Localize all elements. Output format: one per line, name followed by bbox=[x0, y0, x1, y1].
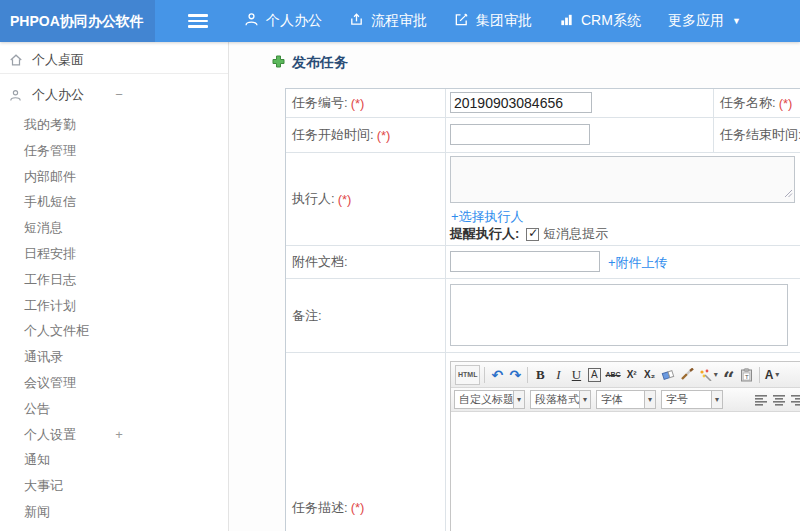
sms-remind-label: 短消息提示 bbox=[543, 225, 608, 243]
sidebar-item-personal-settings[interactable]: 个人设置+ bbox=[0, 422, 228, 448]
align-center-icon[interactable] bbox=[771, 390, 787, 410]
sidebar-item-meeting[interactable]: 会议管理 bbox=[0, 370, 228, 396]
page-title: 发布任务 bbox=[272, 54, 348, 72]
align-right-icon[interactable] bbox=[789, 390, 800, 410]
editor-toolbar-row2: 自定义标题▾ 段落格式▾ 字体▾ 字号▾ bbox=[451, 388, 800, 412]
task-form: 任务编号:(*) 任务名称:(*) 任务开始时间:(*) 任务结束时间:(*) … bbox=[285, 88, 800, 531]
add-plus-icon bbox=[272, 54, 285, 72]
sidebar-section-personal-office[interactable]: 个人办公 − bbox=[0, 82, 228, 108]
description-label: 任务描述:(*) bbox=[286, 353, 446, 531]
workflow-icon bbox=[349, 12, 371, 30]
autoformat-wand-icon[interactable]: ▾ bbox=[698, 365, 719, 385]
attachment-upload-link[interactable]: +附件上传 bbox=[608, 254, 668, 272]
html-source-button[interactable]: HTML bbox=[455, 365, 480, 385]
svg-text:T: T bbox=[745, 373, 749, 379]
menu-toggle-icon[interactable] bbox=[188, 14, 208, 28]
caret-down-icon: ▾ bbox=[579, 391, 590, 408]
sidebar-menu: 我的考勤 任务管理 内部邮件 手机短信 短消息 日程安排 工作日志 工作计划 个… bbox=[0, 112, 228, 531]
sidebar-item-file-cabinet[interactable]: 个人文件柜 bbox=[0, 318, 228, 344]
rich-text-editor: HTML ↶ ↷ B I U A ABC X² X₂ ▾ bbox=[450, 361, 800, 531]
top-nav: 个人办公 流程审批 集团审批 CRM系统 更多应用 ▼ bbox=[232, 0, 756, 42]
executor-label: 执行人:(*) bbox=[286, 153, 446, 246]
align-left-icon[interactable] bbox=[753, 390, 769, 410]
resize-grip-icon[interactable] bbox=[784, 186, 793, 201]
font-size-select[interactable]: 字号▾ bbox=[661, 390, 723, 409]
editor-toolbar-row1: HTML ↶ ↷ B I U A ABC X² X₂ ▾ bbox=[451, 362, 800, 388]
attachment-cell: +附件上传 bbox=[446, 246, 800, 279]
caret-down-icon: ▾ bbox=[714, 370, 718, 379]
paste-clipboard-icon[interactable]: T bbox=[739, 365, 755, 385]
sidebar-item-internal-mail[interactable]: 内部邮件 bbox=[0, 164, 228, 190]
custom-title-select[interactable]: 自定义标题▾ bbox=[454, 390, 525, 409]
eraser-icon[interactable] bbox=[660, 365, 677, 385]
task-number-cell bbox=[446, 89, 714, 118]
start-time-cell bbox=[446, 118, 714, 153]
collapse-icon[interactable]: − bbox=[112, 82, 126, 108]
caret-down-icon: ▾ bbox=[513, 391, 524, 408]
description-cell: HTML ↶ ↷ B I U A ABC X² X₂ ▾ bbox=[446, 353, 800, 531]
remark-label: 备注: bbox=[286, 279, 446, 353]
app-logo: PHPOA协同办公软件 bbox=[0, 0, 155, 42]
redo-icon[interactable]: ↷ bbox=[507, 365, 523, 385]
end-time-label: 任务结束时间:(*) bbox=[714, 118, 800, 153]
strikethrough-button[interactable]: ABC bbox=[604, 365, 621, 385]
sidebar-item-events[interactable]: 大事记 bbox=[0, 473, 228, 499]
executor-textarea[interactable] bbox=[450, 156, 795, 203]
undo-icon[interactable]: ↶ bbox=[489, 365, 505, 385]
sidebar-item-mobile-sms[interactable]: 手机短信 bbox=[0, 189, 228, 215]
bold-button[interactable]: B bbox=[532, 365, 548, 385]
brush-icon[interactable] bbox=[679, 365, 696, 385]
sidebar-item-work-plan[interactable]: 工作计划 bbox=[0, 293, 228, 319]
sidebar-item-short-message[interactable]: 短消息 bbox=[0, 215, 228, 241]
topbar: PHPOA协同办公软件 个人办公 流程审批 集团审批 CRM系统 更多应用 ▼ bbox=[0, 0, 800, 42]
sms-remind-checkbox[interactable] bbox=[526, 228, 539, 241]
expand-icon[interactable]: + bbox=[112, 422, 126, 448]
sidebar: 个人桌面 个人办公 − 我的考勤 任务管理 内部邮件 手机短信 短消息 日程安排… bbox=[0, 42, 229, 531]
user-icon bbox=[9, 89, 24, 102]
sidebar-item-work-log[interactable]: 工作日志 bbox=[0, 267, 228, 293]
nav-group-approval[interactable]: 集团审批 bbox=[442, 0, 544, 42]
nav-workflow-approval[interactable]: 流程审批 bbox=[337, 0, 439, 42]
font-family-select[interactable]: 字体▾ bbox=[596, 390, 656, 409]
sidebar-item-desktop[interactable]: 个人桌面 bbox=[0, 48, 228, 74]
sidebar-item-attendance[interactable]: 我的考勤 bbox=[0, 112, 228, 138]
main-content: 发布任务 任务编号:(*) 任务名称:(*) 任务开始时间:(*) 任务结束时间… bbox=[230, 42, 800, 531]
sidebar-item-news[interactable]: 新闻 bbox=[0, 499, 228, 525]
nav-more-apps[interactable]: 更多应用 ▼ bbox=[656, 0, 753, 42]
task-number-label: 任务编号:(*) bbox=[286, 89, 446, 118]
caret-down-icon: ▼ bbox=[732, 16, 741, 26]
sidebar-item-announcement[interactable]: 公告 bbox=[0, 396, 228, 422]
blockquote-button[interactable]: “ bbox=[721, 365, 737, 385]
italic-button[interactable]: I bbox=[550, 365, 566, 385]
attachment-label: 附件文档: bbox=[286, 246, 446, 279]
subscript-button[interactable]: X₂ bbox=[642, 365, 658, 385]
sidebar-item-schedule[interactable]: 日程安排 bbox=[0, 241, 228, 267]
start-time-input[interactable] bbox=[450, 124, 590, 145]
task-name-label: 任务名称:(*) bbox=[714, 89, 800, 118]
remark-cell bbox=[446, 279, 800, 353]
caret-down-icon: ▾ bbox=[775, 370, 779, 379]
home-icon bbox=[9, 53, 24, 67]
sidebar-item-notice[interactable]: 通知 bbox=[0, 447, 228, 473]
paragraph-format-select[interactable]: 段落格式▾ bbox=[530, 390, 591, 409]
font-color-button[interactable]: A▾ bbox=[764, 365, 781, 385]
task-number-input[interactable] bbox=[450, 92, 592, 113]
pick-executor-link[interactable]: +选择执行人 bbox=[451, 208, 524, 226]
sidebar-item-contacts[interactable]: 通讯录 bbox=[0, 344, 228, 370]
font-style-button[interactable]: A bbox=[588, 368, 601, 382]
sidebar-item-vote[interactable]: 投票调查 bbox=[0, 525, 228, 531]
app-window: PHPOA协同办公软件 个人办公 流程审批 集团审批 CRM系统 更多应用 ▼ bbox=[0, 0, 800, 531]
alignment-buttons bbox=[752, 390, 800, 410]
user-icon bbox=[244, 12, 266, 30]
start-time-label: 任务开始时间:(*) bbox=[286, 118, 446, 153]
editor-content-area[interactable] bbox=[451, 412, 800, 531]
attachment-input[interactable] bbox=[450, 251, 600, 272]
superscript-button[interactable]: X² bbox=[624, 365, 640, 385]
caret-down-icon: ▾ bbox=[711, 391, 722, 408]
remind-executor-label: 提醒执行人: bbox=[450, 225, 519, 243]
remark-textarea[interactable] bbox=[450, 284, 788, 346]
nav-personal-office[interactable]: 个人办公 bbox=[232, 0, 334, 42]
sidebar-item-task-management[interactable]: 任务管理 bbox=[0, 138, 228, 164]
nav-crm-system[interactable]: CRM系统 bbox=[547, 0, 653, 42]
underline-button[interactable]: U bbox=[568, 365, 584, 385]
